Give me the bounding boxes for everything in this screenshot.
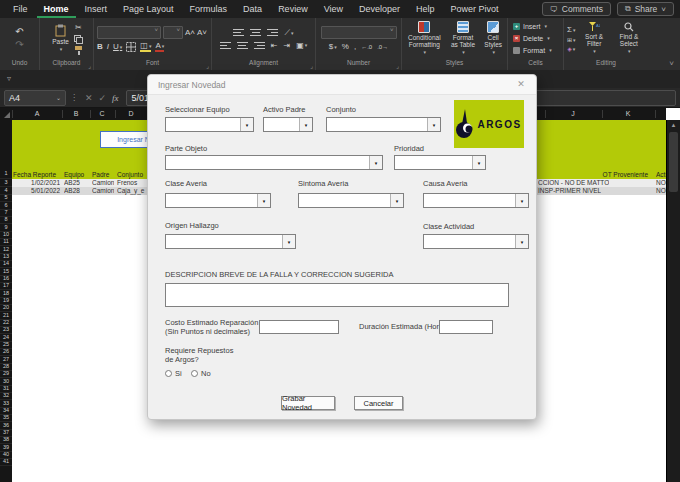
combo-causa-averia[interactable] — [423, 193, 529, 208]
costo-textbox[interactable] — [259, 320, 339, 334]
tab-power-pivot[interactable]: Power Pivot — [444, 0, 506, 18]
collapse-ribbon-icon[interactable]: ˅ — [669, 59, 674, 68]
decrease-indent-icon[interactable]: ⇤ — [271, 41, 278, 50]
tab-page-layout[interactable]: Page Layout — [116, 0, 181, 18]
cell-d4[interactable]: Caja_y_e — [117, 187, 147, 195]
increase-font-icon[interactable]: A˄ — [185, 28, 195, 37]
dialog-close-icon[interactable]: ✕ — [515, 79, 527, 89]
align-right-icon[interactable] — [254, 42, 265, 49]
combo-clase-actividad-dropdown-icon[interactable] — [515, 235, 528, 248]
decrease-font-icon[interactable]: A˅ — [197, 28, 207, 37]
column-header-b[interactable]: B — [70, 108, 82, 120]
insert-cells-button[interactable]: + Insert — [513, 22, 547, 31]
paste-button[interactable]: Paste — [50, 24, 71, 53]
tab-developer[interactable]: Developer — [352, 0, 407, 18]
fill-icon[interactable]: ⊞ — [567, 36, 576, 43]
cell-j3[interactable]: CCION - NO DE MATTO — [538, 179, 609, 187]
radio-si[interactable]: Si — [165, 369, 182, 378]
conditional-formatting-button[interactable]: Conditional Formatting — [405, 21, 444, 56]
tab-file[interactable]: File — [6, 0, 35, 18]
accounting-format-icon[interactable]: $ — [329, 42, 337, 51]
decrease-decimal-icon[interactable]: .0→ — [377, 44, 388, 50]
combo-seleccionar-equipo-dropdown-icon[interactable] — [240, 118, 253, 131]
combo-conjunto[interactable] — [326, 117, 441, 132]
italic-button[interactable]: I — [107, 42, 109, 51]
alignment-dialog-launcher-icon[interactable]: ⌟ — [310, 62, 313, 69]
clear-icon[interactable]: ◈ — [567, 45, 575, 52]
vertical-scrollbar[interactable]: ▲ — [666, 120, 680, 482]
autosum-icon[interactable]: Σ — [567, 25, 575, 34]
insert-function-icon[interactable]: fx — [112, 93, 119, 103]
cell-c4[interactable]: Camion — [92, 187, 114, 195]
top-align-icon[interactable] — [233, 29, 244, 36]
comments-button[interactable]: 🗨 Comments — [542, 2, 611, 16]
bottom-align-icon[interactable] — [267, 29, 278, 36]
column-header-k[interactable]: K — [622, 108, 634, 120]
combo-activo-padre[interactable] — [263, 117, 313, 132]
cell-a4[interactable]: 5/01/2022 — [12, 187, 60, 195]
redo-icon[interactable]: ↷ — [15, 40, 23, 50]
cut-icon[interactable]: ✂ — [75, 23, 82, 33]
header-cell-actividad[interactable]: Acti — [656, 170, 666, 179]
undo-icon[interactable]: ↶ — [15, 27, 23, 37]
format-painter-icon[interactable] — [74, 46, 83, 55]
cell-b3[interactable]: AB25 — [64, 179, 80, 187]
combo-sintoma-averia[interactable] — [298, 193, 404, 208]
select-all-corner[interactable] — [1, 109, 12, 120]
row-header-3[interactable]: 3 — [0, 179, 12, 187]
column-header-a[interactable]: A — [31, 108, 43, 120]
cell-c3[interactable]: Camion — [92, 179, 114, 187]
row-header-1[interactable]: 1 — [0, 170, 12, 179]
scrollbar-thumb[interactable] — [669, 132, 678, 192]
cell-j4[interactable]: INSP-PRIMER NIVEL — [538, 187, 601, 195]
combo-origen-hallazgo[interactable] — [165, 234, 296, 249]
combo-clase-actividad[interactable] — [423, 234, 529, 249]
header-cell-fecha-reporte[interactable]: Fecha Reporte — [13, 170, 56, 179]
sort-filter-button[interactable]: AZ Sort & Filter — [580, 22, 609, 55]
header-cell-padre[interactable]: Padre — [92, 170, 109, 179]
grabar-novedad-button[interactable]: Grabar Novedad — [281, 396, 335, 410]
font-dialog-launcher-icon[interactable]: ⌟ — [206, 62, 209, 69]
combo-sintoma-averia-dropdown-icon[interactable] — [390, 194, 403, 207]
percent-style-icon[interactable]: % — [342, 42, 349, 51]
quick-access-toolbar-icon[interactable]: ▿ — [7, 74, 11, 83]
cell-a3[interactable]: 1/02/2021 — [12, 179, 60, 187]
bold-button[interactable]: B — [97, 42, 103, 51]
column-header-c[interactable]: C — [96, 108, 108, 120]
number-format-combobox[interactable] — [321, 26, 397, 39]
font-name-combobox[interactable] — [97, 26, 161, 39]
share-button[interactable]: ⧉ Share ˅ — [617, 2, 674, 16]
cell-l4[interactable]: NOR — [656, 187, 666, 195]
clipboard-dialog-launcher-icon[interactable]: ⌟ — [88, 62, 91, 69]
combo-parte-objeto[interactable] — [165, 155, 383, 170]
combo-clase-averia[interactable] — [165, 193, 271, 208]
cell-b4[interactable]: AB28 — [64, 187, 80, 195]
format-cells-button[interactable]: Format — [513, 46, 552, 55]
tab-insert[interactable]: Insert — [78, 0, 115, 18]
combo-clase-averia-dropdown-icon[interactable] — [257, 194, 270, 207]
radio-no[interactable]: No — [191, 369, 211, 378]
dialog-title-bar[interactable]: Ingresar Novedad ✕ — [148, 75, 536, 95]
cancel-entry-icon[interactable]: ✕ — [85, 93, 93, 103]
tab-home[interactable]: Home — [37, 0, 76, 18]
combo-conjunto-dropdown-icon[interactable] — [427, 118, 440, 131]
combo-seleccionar-equipo[interactable] — [165, 117, 254, 132]
font-size-combobox[interactable] — [163, 26, 183, 39]
column-header-j[interactable]: J — [567, 108, 579, 120]
tab-review[interactable]: Review — [271, 0, 315, 18]
orientation-icon[interactable]: ⟋ — [284, 28, 293, 38]
find-select-button[interactable]: Find & Select — [613, 22, 645, 55]
align-left-icon[interactable] — [220, 42, 231, 49]
increase-decimal-icon[interactable]: ←.0 — [361, 44, 372, 50]
borders-icon[interactable] — [126, 42, 136, 52]
number-dialog-launcher-icon[interactable]: ⌟ — [396, 62, 399, 69]
header-cell-equipo[interactable]: Equipo — [64, 170, 84, 179]
comma-style-icon[interactable]: , — [354, 42, 356, 51]
cancelar-button[interactable]: Cancelar — [354, 396, 403, 410]
combo-activo-padre-dropdown-icon[interactable] — [299, 118, 312, 131]
duracion-textbox[interactable] — [439, 320, 493, 334]
copy-icon[interactable] — [74, 35, 83, 44]
merge-center-icon[interactable]: ▣ — [296, 41, 307, 50]
underline-button[interactable]: U — [113, 42, 122, 51]
combo-causa-averia-dropdown-icon[interactable] — [515, 194, 528, 207]
